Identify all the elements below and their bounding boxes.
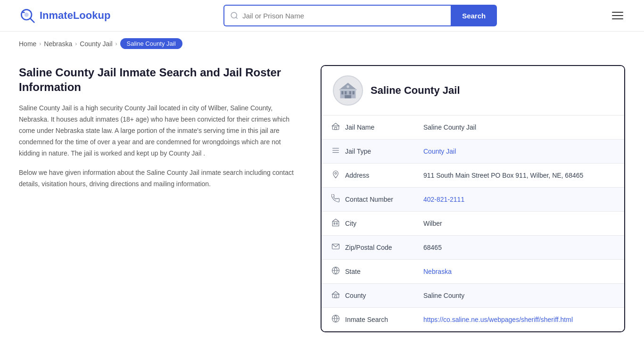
page-description-2: Below we have given information about th… — [19, 167, 302, 190]
row-icon — [331, 218, 340, 229]
info-label-cell: Address — [322, 164, 416, 187]
hamburger-line2 — [612, 15, 623, 16]
info-value-text: Saline County — [423, 292, 464, 299]
info-label: County — [345, 292, 366, 299]
info-label-cell: City — [322, 212, 416, 235]
logo-icon — [19, 7, 36, 24]
info-label: Address — [345, 172, 369, 179]
card-title: Saline County Jail — [371, 84, 460, 97]
info-label: City — [345, 220, 356, 227]
row-icon — [331, 194, 340, 205]
svg-rect-7 — [341, 91, 343, 94]
search-button[interactable]: Search — [451, 5, 497, 26]
breadcrumb-sep3: › — [116, 41, 117, 47]
courthouse-icon — [338, 80, 358, 101]
info-label-cell: State — [322, 260, 416, 283]
card-header: Saline County Jail — [322, 66, 624, 115]
row-icon — [331, 314, 340, 325]
info-label-cell: Jail Name — [322, 115, 416, 139]
info-value-cell: https://co.saline.ne.us/webpages/sheriff… — [416, 309, 624, 330]
info-label: Zip/Postal Code — [345, 244, 392, 251]
svg-rect-15 — [332, 126, 339, 130]
table-row: Address 911 South Main Street PO Box 911… — [322, 164, 624, 188]
svg-marker-16 — [332, 123, 339, 126]
breadcrumb: Home › Nebraska › County Jail › Saline C… — [0, 32, 644, 56]
breadcrumb-nebraska[interactable]: Nebraska — [44, 40, 72, 48]
info-value-link[interactable]: Nebraska — [423, 268, 452, 275]
info-value-link[interactable]: County Jail — [423, 148, 456, 155]
info-value-text: Wilber — [423, 220, 442, 227]
table-row: State Nebraska — [322, 260, 624, 284]
info-value-text: Saline County Jail — [423, 123, 476, 131]
svg-rect-30 — [335, 296, 337, 298]
svg-rect-13 — [339, 89, 356, 90]
table-row: City Wilber — [322, 212, 624, 236]
svg-rect-9 — [349, 91, 351, 94]
info-value-text: 911 South Main Street PO Box 911, Wilber… — [423, 172, 583, 179]
logo-text: InmateLookup — [40, 9, 110, 22]
row-icon — [331, 122, 340, 132]
info-label: Contact Number — [345, 196, 393, 203]
table-row: County Saline County — [322, 284, 624, 308]
info-label: State — [345, 268, 361, 275]
info-value-cell: 911 South Main Street PO Box 911, Wilber… — [416, 165, 624, 186]
info-value-cell: Wilber — [416, 213, 624, 234]
page-heading: Saline County Jail Inmate Search and Jai… — [19, 65, 302, 94]
svg-rect-3 — [22, 12, 25, 13]
right-column: Saline County Jail Jail Name Saline Coun… — [321, 65, 625, 332]
svg-point-4 — [231, 12, 237, 18]
info-value-cell: Saline County — [416, 285, 624, 306]
search-bar: Search — [223, 5, 497, 26]
info-value-cell: 402-821-2111 — [416, 189, 624, 210]
info-label: Inmate Search — [345, 316, 388, 323]
info-value-cell: Saline County Jail — [416, 117, 624, 138]
svg-point-21 — [335, 173, 337, 174]
info-label: Jail Name — [345, 123, 374, 131]
breadcrumb-active: Saline County Jail — [120, 38, 182, 49]
breadcrumb-sep2: › — [75, 41, 77, 47]
svg-rect-8 — [345, 91, 347, 94]
svg-rect-11 — [345, 95, 351, 99]
search-input[interactable] — [242, 12, 445, 20]
info-label-cell: County — [322, 284, 416, 307]
info-value-cell: 68465 — [416, 237, 624, 258]
info-card: Saline County Jail Jail Name Saline Coun… — [321, 65, 625, 332]
table-row: Inmate Search https://co.saline.ne.us/we… — [322, 308, 624, 331]
info-value-link[interactable]: https://co.saline.ne.us/webpages/sheriff… — [423, 316, 573, 323]
facility-image — [333, 75, 363, 106]
svg-rect-22 — [332, 222, 339, 226]
logo-link[interactable]: InmateLookup — [19, 7, 110, 24]
row-icon — [331, 266, 340, 277]
info-label-cell: Inmate Search — [322, 308, 416, 331]
info-value-text: 68465 — [423, 244, 442, 251]
svg-line-1 — [30, 18, 34, 22]
info-label-cell: Contact Number — [322, 188, 416, 211]
hamburger-menu[interactable] — [610, 10, 625, 21]
svg-rect-23 — [334, 223, 335, 224]
svg-rect-24 — [337, 223, 338, 224]
row-icon — [331, 290, 340, 301]
info-label-cell: Zip/Postal Code — [322, 236, 416, 259]
breadcrumb-home[interactable]: Home — [19, 40, 36, 48]
info-label-cell: Jail Type — [322, 140, 416, 163]
info-value-link[interactable]: 402-821-2111 — [423, 196, 464, 203]
svg-rect-10 — [353, 91, 355, 94]
left-column: Saline County Jail Inmate Search and Jai… — [19, 65, 321, 332]
svg-point-2 — [25, 13, 29, 17]
svg-rect-28 — [332, 294, 339, 298]
page-description-1: Saline County Jail is a high security Co… — [19, 103, 302, 159]
table-row: Zip/Postal Code 68465 — [322, 236, 624, 260]
breadcrumb-county-jail[interactable]: County Jail — [80, 40, 112, 48]
row-icon — [331, 170, 340, 181]
site-header: InmateLookup Search — [0, 0, 644, 32]
svg-marker-29 — [332, 291, 339, 294]
row-icon — [331, 146, 340, 156]
search-input-wrap — [223, 5, 451, 26]
svg-point-14 — [347, 85, 349, 88]
info-value-cell: Nebraska — [416, 261, 624, 282]
table-row: Jail Name Saline County Jail — [322, 115, 624, 140]
row-icon — [331, 242, 340, 253]
breadcrumb-sep1: › — [39, 41, 41, 47]
table-row: Jail Type County Jail — [322, 140, 624, 164]
table-row: Contact Number 402-821-2111 — [322, 188, 624, 212]
